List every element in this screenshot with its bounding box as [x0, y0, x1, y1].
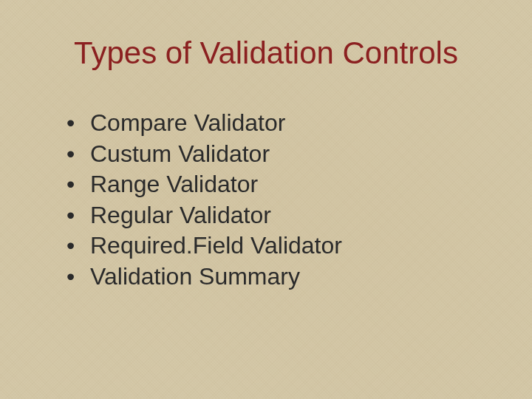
bullet-list: Compare Validator Custum Validator Range…	[44, 108, 488, 293]
list-item: Validation Summary	[66, 262, 488, 293]
slide-title: Types of Validation Controls	[44, 35, 488, 71]
list-item: Regular Validator	[66, 200, 488, 231]
list-item: Compare Validator	[66, 108, 488, 139]
list-item: Range Validator	[66, 169, 488, 200]
slide-container: Types of Validation Controls Compare Val…	[0, 0, 532, 399]
list-item: Required.Field Validator	[66, 231, 488, 262]
list-item: Custum Validator	[66, 139, 488, 170]
